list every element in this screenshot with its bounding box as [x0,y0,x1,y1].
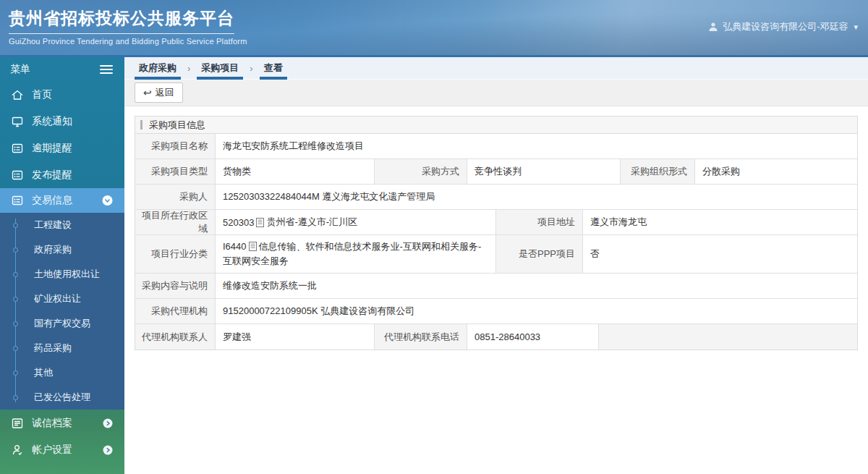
field-label: 代理机构联系人 [135,324,216,350]
table-row-contact: 代理机构联系人 罗建强 代理机构联系电话 0851-28640033 [135,324,857,350]
sidebar-item-overdue-reminder[interactable]: 逾期提醒 [0,135,124,161]
back-button[interactable]: ↩ 返回 [135,82,183,103]
sidebar-item-label: 首页 [32,88,52,101]
breadcrumb-gov-procurement[interactable]: 政府采购 [135,57,181,80]
panel-header: 采购项目信息 [135,117,857,134]
table-row-content: 采购内容与说明 维修改造安防系统一批 [135,274,857,299]
top-banner: 贵州省招标投标公共服务平台 GuiZhou Province Tendering… [0,0,868,57]
breadcrumb-separator: › [243,57,259,79]
field-value: 海龙屯安防系统工程维修改造项目 [216,134,857,158]
user-account-menu[interactable]: 弘典建设咨询有限公司-邓廷容 ▾ [708,20,858,33]
sidebar-item-system-notice[interactable]: 系统通知 [0,108,124,135]
submenu-label: 矿业权出让 [34,292,81,305]
field-value: 91520000722109905K 弘典建设咨询有限公司 [216,299,857,323]
empty-filler-cell [599,324,857,350]
user-name: 弘典建设咨询有限公司-邓廷容 [723,20,848,33]
table-row-agency: 采购代理机构 91520000722109905K 弘典建设咨询有限公司 [135,299,857,324]
field-value: 否 [583,235,857,273]
table-row-industry: 项目行业分类 I6440信息传输、软件和信息技术服务业-互联网和相关服务-互联网… [135,235,857,274]
field-label: 采购人 [135,185,216,209]
field-value: 货物类 [216,159,375,184]
field-label: 项目地址 [496,210,583,234]
user-icon [708,22,718,32]
sidebar-item-home[interactable]: 首页 [0,81,124,108]
submenu-label: 工程建设 [34,219,72,232]
document-icon [249,242,257,251]
region-code: 520303 [223,217,254,228]
sidebar-item-integrity-archive[interactable]: 诚信档案 [0,410,124,436]
breadcrumb-procurement-project[interactable]: 采购项目 [197,57,243,80]
industry-code: I6440 [223,241,247,252]
industry-text: 信息传输、软件和信息技术服务业-互联网和相关服务-互联网安全服务 [223,241,481,266]
submenu-label: 其他 [34,366,53,379]
chevron-down-icon: ▾ [854,22,858,32]
sidebar-item-label: 诚信档案 [32,417,72,430]
platform-branding: 贵州省招标投标公共服务平台 GuiZhou Province Tendering… [9,7,247,46]
field-value: 罗建强 [216,324,375,350]
platform-subtitle: GuiZhou Province Tendering and Bidding P… [9,37,247,46]
main-content: 政府采购 › 采购项目 › 查看 ↩ 返回 采购项目信息 采购项目名称 海龙屯安… [124,57,868,474]
home-icon [10,88,25,102]
field-label: 采购项目类型 [135,159,216,184]
submenu-item-state-property[interactable]: 国有产权交易 [0,311,124,336]
table-row-region: 项目所在行政区域 520303 贵州省-遵义市-汇川区 项目地址 遵义市海龙屯 [135,210,857,235]
breadcrumb-view[interactable]: 查看 [260,57,287,80]
field-value: 12520303322484044M 遵义海龙屯文化遗产管理局 [216,185,857,209]
field-label: 代理机构联系电话 [375,324,467,350]
submenu-item-published-announcements[interactable]: 已发公告处理 [0,385,124,410]
hamburger-icon[interactable] [100,65,113,74]
card-list-icon [10,141,25,156]
field-value: 维修改造安防系统一批 [216,274,857,298]
submenu-item-drug-procurement[interactable]: 药品采购 [0,336,124,360]
field-value: 竞争性谈判 [467,159,621,184]
submenu-item-gov-procurement[interactable]: 政府采购 [0,237,124,262]
sidebar-item-label: 逾期提醒 [32,142,72,155]
platform-title: 贵州省招标投标公共服务平台 [9,7,234,34]
sidebar-item-label: 交易信息 [32,194,72,207]
region-text: 贵州省-遵义市-汇川区 [266,216,357,229]
field-value: 分散采购 [695,159,857,184]
field-label: 项目所在行政区域 [135,210,216,234]
card-list-icon [10,168,25,182]
sidebar-item-label: 发布提醒 [32,169,72,182]
sidebar-item-account-settings[interactable]: 帐户设置 [0,436,124,463]
card-list-icon [10,193,25,208]
person-check-icon [10,443,25,457]
submenu-item-engineering[interactable]: 工程建设 [0,213,124,237]
submenu-label: 国有产权交易 [34,317,90,330]
submenu-label: 政府采购 [34,243,72,256]
chevron-down-circle-icon [102,195,113,206]
field-value: 遵义市海龙屯 [583,210,857,234]
submenu-label: 土地使用权出让 [34,268,100,281]
submenu-item-other[interactable]: 其他 [0,360,124,385]
field-value: 520303 贵州省-遵义市-汇川区 [216,210,496,234]
sidebar-item-publish-reminder[interactable]: 发布提醒 [0,161,124,188]
field-label: 采购组织形式 [621,159,695,184]
sidebar-nav: 菜单 首页 系统通知 逾期提醒 发布提醒 交易信息 工 [0,57,124,474]
sidebar-header: 菜单 [0,57,124,81]
submenu-label: 已发公告处理 [34,391,90,404]
submenu-item-mining-rights[interactable]: 矿业权出让 [0,287,124,311]
panel-title: 采购项目信息 [149,119,205,132]
field-value: 0851-28640033 [467,324,599,350]
chevron-right-circle-icon [103,418,113,428]
submenu-item-land-use[interactable]: 土地使用权出让 [0,262,124,287]
transaction-submenu: 工程建设 政府采购 土地使用权出让 矿业权出让 国有产权交易 药品采购 其他 已… [0,213,124,410]
sidebar-item-transaction-info[interactable]: 交易信息 [0,188,124,213]
document-icon [256,218,264,227]
menu-label: 菜单 [10,63,30,76]
toolbar: ↩ 返回 [124,80,868,106]
monitor-icon [10,114,25,129]
chevron-right-circle-icon [103,445,113,455]
archive-icon [10,416,25,431]
field-label: 采购代理机构 [135,299,216,323]
table-row-purchaser: 采购人 12520303322484044M 遵义海龙屯文化遗产管理局 [135,185,857,210]
field-label: 采购内容与说明 [135,274,216,298]
field-value: I6440信息传输、软件和信息技术服务业-互联网和相关服务-互联网安全服务 [216,235,496,273]
field-label: 采购方式 [375,159,467,184]
table-row-project-type: 采购项目类型 货物类 采购方式 竞争性谈判 采购组织形式 分散采购 [135,159,857,185]
procurement-info-panel: 采购项目信息 采购项目名称 海龙屯安防系统工程维修改造项目 采购项目类型 货物类… [135,116,858,350]
table-row-project-name: 采购项目名称 海龙屯安防系统工程维修改造项目 [135,134,857,159]
sidebar-item-label: 帐户设置 [32,444,72,457]
field-label: 项目行业分类 [135,235,216,273]
